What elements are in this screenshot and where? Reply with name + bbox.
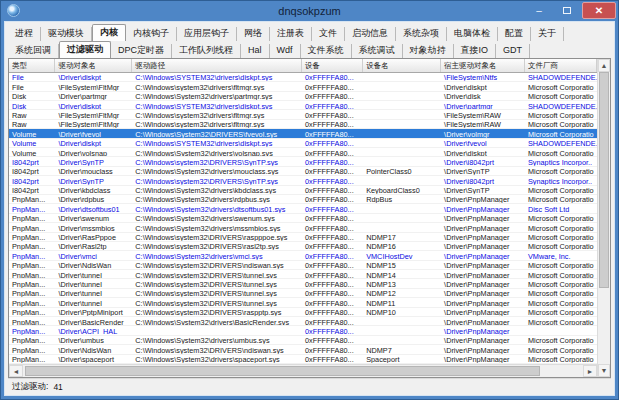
cell-host: \Driver\PnpManager <box>441 298 525 306</box>
tab-DPC定时器[interactable]: DPC定时器 <box>111 44 172 58</box>
table-row[interactable]: Volume\Driver\fvevolC:\Windows\System32\… <box>9 129 597 138</box>
primary-tab-bar: 进程驱动模块内核内核钩子应用层钩子网络注册表文件启动信息系统杂项电脑体检配置关于 <box>8 24 611 41</box>
tab-系统回调[interactable]: 系统回调 <box>8 44 59 58</box>
table-row[interactable]: PnpMan...\Driver\RasPppoeC:\Windows\syst… <box>9 233 597 242</box>
tab-文件[interactable]: 文件 <box>312 27 345 41</box>
tab-系统杂项[interactable]: 系统杂项 <box>396 27 447 41</box>
table-row[interactable]: I8042prt\Driver\SynTPC:\Windows\system32… <box>9 176 597 185</box>
table-row[interactable]: PnpMan...\Driver\mssmbiosC:\Windows\Syst… <box>9 223 597 232</box>
horizontal-scroll-track[interactable] <box>23 365 583 377</box>
tab-文件系统[interactable]: 文件系统 <box>301 44 352 58</box>
cell-object: \Driver\dtsoftbus01 <box>55 204 132 212</box>
table-row[interactable]: PnpMan...\Driver\tunnelC:\Windows\system… <box>9 279 597 288</box>
table-row[interactable]: Raw\FileSystem\FltMgrC:\Windows\system32… <box>9 110 597 119</box>
cell-path: C:\Windows\system32\drivers\fltmgr.sys <box>132 120 302 128</box>
tab-进程[interactable]: 进程 <box>8 27 41 41</box>
maximize-button[interactable] <box>554 2 580 19</box>
cell-host: \Driver\i8042prt <box>441 176 525 184</box>
cell-path: C:\Windows\System32\drivers\swenum.sys <box>132 214 302 222</box>
table-row[interactable]: PnpMan...\Driver\tunnelC:\Windows\system… <box>9 270 597 279</box>
cell-vendor: Microsoft Corporatio <box>525 82 597 90</box>
tab-系统调试[interactable]: 系统调试 <box>352 44 403 58</box>
cell-object: \Driver\PptpMiniport <box>55 308 132 316</box>
column-header-type[interactable]: 类型 <box>9 59 55 72</box>
tab-GDT[interactable]: GDT <box>496 44 530 58</box>
cell-path: C:\Windows\system32\DRIVERS\raspppoe.sys <box>132 233 302 241</box>
cell-path: C:\Windows\system32\DRIVERS\SynTP.sys <box>132 176 302 184</box>
column-header-host[interactable]: 宿主驱动对象名 <box>441 59 525 72</box>
cell-object: \Driver\SynTP <box>55 176 132 184</box>
table-row[interactable]: PnpMan...\Driver\tunnelC:\Windows\system… <box>9 298 597 307</box>
table-row[interactable]: File\Driver\diskptC:\Windows\SYSTEM32\dr… <box>9 73 597 82</box>
cell-path: C:\Windows\system32\DRIVERS\tunnel.sys <box>132 270 302 278</box>
scroll-left-icon[interactable]: ◄ <box>9 365 23 377</box>
tab-内核[interactable]: 内核 <box>92 24 126 41</box>
cell-vendor: Microsoft Corporatio <box>525 129 597 137</box>
scroll-down-icon[interactable]: ▼ <box>598 364 610 377</box>
table-row[interactable]: File\FileSystem\FltMgrC:\Windows\system3… <box>9 82 597 91</box>
tab-过滤驱动[interactable]: 过滤驱动 <box>59 41 111 58</box>
table-row[interactable]: PnpMan...\Driver\tunnelC:\Windows\system… <box>9 289 597 298</box>
column-header-vendor[interactable]: 文件厂商 <box>525 59 597 72</box>
table-row[interactable]: I8042prt\Driver\mouclassC:\Windows\Syste… <box>9 167 597 176</box>
tab-网络[interactable]: 网络 <box>237 27 270 41</box>
column-header-device_name[interactable]: 设备名 <box>363 59 441 72</box>
cell-type: File <box>9 73 55 81</box>
table-row[interactable]: PnpMan...\Driver\umbusC:\Windows\System3… <box>9 336 597 345</box>
tab-应用层钩子[interactable]: 应用层钩子 <box>177 27 237 41</box>
tab-Wdf[interactable]: Wdf <box>270 44 301 58</box>
tab-直接IO[interactable]: 直接IO <box>454 44 497 58</box>
scroll-right-icon[interactable]: ► <box>583 365 597 377</box>
cell-object: \Driver\swenum <box>55 214 132 222</box>
vertical-scrollbar[interactable]: ▲ ▼ <box>597 59 610 377</box>
tab-配置[interactable]: 配置 <box>498 27 531 41</box>
table-row[interactable]: PnpMan...\Driver\NdisWanC:\Windows\syste… <box>9 261 597 270</box>
tab-内核钩子[interactable]: 内核钩子 <box>126 27 177 41</box>
cell-type: PnpMan... <box>9 242 55 250</box>
table-row[interactable]: Disk\Driver\partmgrC:\Windows\System32\d… <box>9 92 597 101</box>
cell-device_name: PointerClass0 <box>363 167 441 175</box>
scroll-up-icon[interactable]: ▲ <box>598 59 610 72</box>
table-row[interactable]: Disk\Driver\diskptC:\Windows\SYSTEM32\dr… <box>9 101 597 110</box>
table-row[interactable]: PnpMan...\Driver\NdisWanC:\Windows\syste… <box>9 345 597 354</box>
cell-type: I8042prt <box>9 186 55 194</box>
table-row[interactable]: PnpMan...\Driver\BasicRenderC:\Windows\S… <box>9 317 597 326</box>
vertical-scroll-track[interactable] <box>598 72 610 364</box>
table-row[interactable]: PnpMan...\Driver\vmciC:\Windows\System32… <box>9 251 597 260</box>
cell-device_name <box>363 82 441 90</box>
tab-驱动模块[interactable]: 驱动模块 <box>41 27 92 41</box>
table-row[interactable]: Raw\FileSystem\FltMgrC:\Windows\system32… <box>9 120 597 129</box>
table-row[interactable]: Volume\Driver\volsnapC:\Windows\System32… <box>9 148 597 157</box>
cell-type: PnpMan... <box>9 251 55 259</box>
column-header-device[interactable]: 设备 <box>302 59 363 72</box>
cell-type: PnpMan... <box>9 336 55 344</box>
tab-电脑体检[interactable]: 电脑体检 <box>447 27 498 41</box>
close-button[interactable]: ✕ <box>582 2 616 19</box>
table-row[interactable]: PnpMan...\Driver\ACPI_HAL0xFFFFFA80...\D… <box>9 326 597 335</box>
tab-关于[interactable]: 关于 <box>531 27 564 41</box>
column-header-path[interactable]: 驱动路径 <box>132 59 302 72</box>
table-row[interactable]: PnpMan...\Driver\PptpMiniportC:\Windows\… <box>9 308 597 317</box>
table-row[interactable]: I8042prt\Driver\SynTPC:\Windows\system32… <box>9 157 597 166</box>
table-row[interactable]: PnpMan...\Driver\rdpbusC:\Windows\System… <box>9 195 597 204</box>
tab-工作队列线程[interactable]: 工作队列线程 <box>172 44 241 58</box>
cell-path: C:\Windows\System32\drivers\rdpbus.sys <box>132 195 302 203</box>
minimize-button[interactable]: – <box>526 2 552 19</box>
horizontal-scroll-thumb[interactable] <box>25 366 540 376</box>
horizontal-scrollbar[interactable]: ◄ ► <box>9 364 597 377</box>
cell-object: \Driver\diskpt <box>55 73 132 81</box>
table-row[interactable]: I8042prt\Driver\kbdclassC:\Windows\Syste… <box>9 186 597 195</box>
column-header-object[interactable]: 驱动对象名 <box>55 59 132 72</box>
tab-Hal[interactable]: Hal <box>241 44 270 58</box>
table-row[interactable]: PnpMan...\Driver\swenumC:\Windows\System… <box>9 214 597 223</box>
table-row[interactable]: PnpMan...\Driver\dtsoftbus01C:\Windows\S… <box>9 204 597 213</box>
vertical-scroll-thumb[interactable] <box>599 72 609 288</box>
table-row[interactable]: Volume\Driver\diskptC:\Windows\SYSTEM32\… <box>9 139 597 148</box>
tab-启动信息[interactable]: 启动信息 <box>345 27 396 41</box>
tab-对象劫持[interactable]: 对象劫持 <box>403 44 454 58</box>
table-row[interactable]: PnpMan...\Driver\spaceportC:\Windows\Sys… <box>9 355 597 364</box>
cell-host: \Driver\PnpManager <box>441 355 525 363</box>
table-row[interactable]: PnpMan...\Driver\Rasl2tpC:\Windows\syste… <box>9 242 597 251</box>
tab-注册表[interactable]: 注册表 <box>270 27 312 41</box>
cell-type: PnpMan... <box>9 214 55 222</box>
